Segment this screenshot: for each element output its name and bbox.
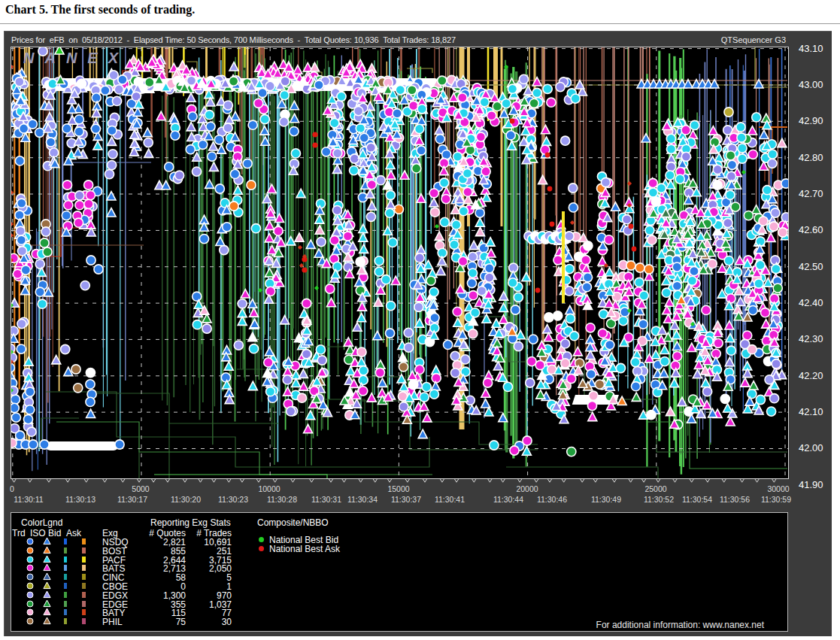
svg-text:NANEX: NANEX [23, 50, 129, 66]
